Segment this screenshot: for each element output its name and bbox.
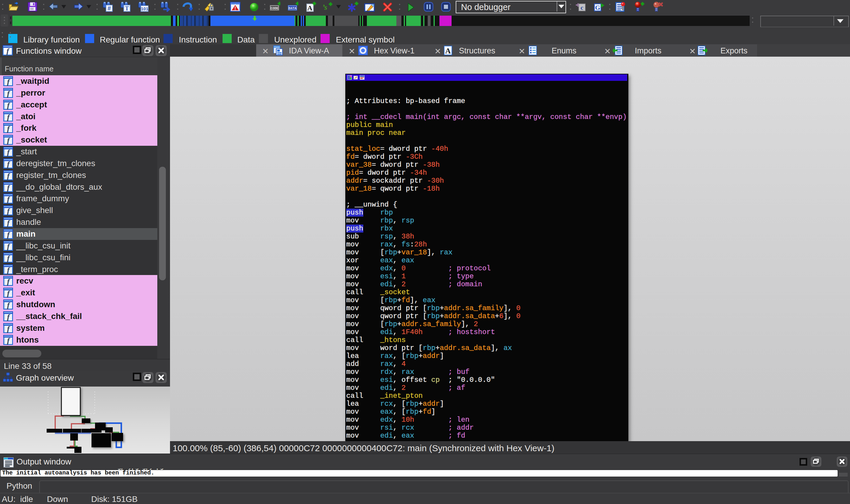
svg-text:#: # [107, 5, 111, 12]
svg-text:’s: ’s [322, 3, 327, 12]
svg-text:CODE: CODE [271, 6, 278, 10]
svg-text:T: T [125, 5, 129, 12]
svg-text:G: G [595, 4, 600, 11]
svg-text:!: ! [234, 6, 236, 11]
svg-text:A: A [307, 4, 312, 12]
svg-text:c: c [581, 4, 583, 11]
svg-text:101: 101 [141, 6, 148, 11]
svg-text:DATA: DATA [289, 6, 296, 10]
svg-text:A: A [445, 47, 451, 55]
